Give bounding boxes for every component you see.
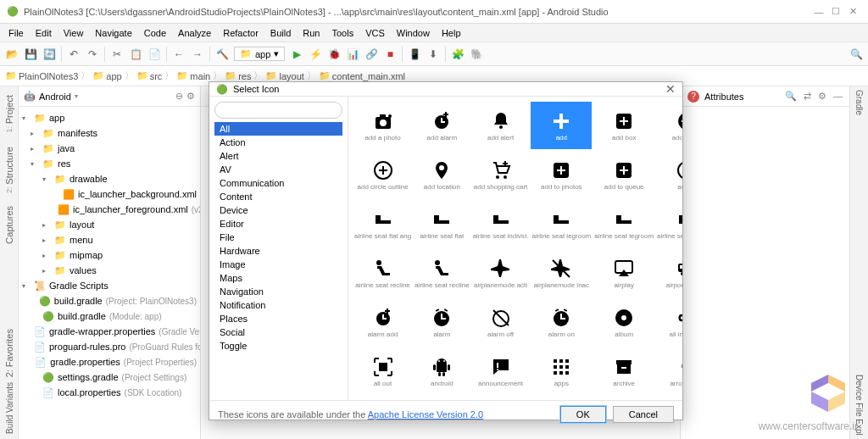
icon-search-input[interactable] (214, 102, 342, 119)
collapse-icon[interactable]: ⊖ (175, 91, 183, 102)
tree-row-9[interactable]: ▸📁mipmap (19, 247, 200, 263)
category-hardware[interactable]: Hardware (214, 244, 342, 258)
minimize-button[interactable]: — (810, 7, 827, 17)
category-list[interactable]: AllActionAlertAVCommunicationContentDevi… (214, 122, 342, 395)
search-icon[interactable]: 🔍 (849, 47, 863, 61)
category-maps[interactable]: Maps (214, 271, 342, 285)
icon-airline-seat-flat[interactable]: airline seat flat (414, 200, 470, 247)
icon-album[interactable]: album (593, 298, 654, 346)
menu-help[interactable]: Help (437, 26, 466, 40)
icon-alarm-on[interactable]: alarm on (531, 298, 592, 346)
crumb-3[interactable]: 📁main (176, 70, 210, 81)
icon-airplanemode-acti[interactable]: airplanemode acti (472, 249, 530, 297)
menu-file[interactable]: File (3, 26, 29, 40)
icon-add-a-photo[interactable]: add a photo (353, 102, 412, 149)
crumb-4[interactable]: 📁res (225, 70, 251, 81)
category-navigation[interactable]: Navigation (214, 285, 342, 298)
category-av[interactable]: AV (214, 163, 342, 176)
icon-add-alert[interactable]: add alert (472, 102, 530, 149)
tree-row-7[interactable]: ▸📁layout (19, 217, 200, 232)
category-action[interactable]: Action (214, 136, 342, 149)
gutter-tab-gradle[interactable]: Gradle (853, 86, 865, 119)
tree-row-17[interactable]: 🟢settings.gradle (Project Settings) (19, 370, 200, 385)
gutter-tab-favorites[interactable]: 2: Favorites (4, 329, 14, 377)
cut-icon[interactable]: ✂ (110, 47, 124, 61)
debug-icon[interactable]: 🐞 (327, 47, 341, 61)
category-image[interactable]: Image (214, 258, 342, 271)
menu-navigate[interactable]: Navigate (90, 26, 136, 40)
maximize-button[interactable]: ☐ (827, 6, 844, 17)
tree-row-14[interactable]: 📄gradle-wrapper.properties (Gradle Versi… (19, 324, 200, 339)
crumb-5[interactable]: 📁layout (265, 70, 303, 81)
icon-alarm-off[interactable]: alarm off (472, 298, 530, 346)
menu-run[interactable]: Run (298, 26, 325, 40)
tree-row-8[interactable]: ▸📁menu (19, 232, 200, 247)
gear-icon[interactable]: ⚙ (186, 91, 195, 102)
icon-add-box[interactable]: add box (593, 102, 654, 149)
attr-search-icon[interactable]: 🔍 (785, 91, 797, 102)
run-icon[interactable]: ▶ (290, 47, 303, 61)
open-icon[interactable]: 📂 (5, 47, 19, 61)
category-notification[interactable]: Notification (214, 298, 342, 312)
menu-edit[interactable]: Edit (31, 26, 57, 40)
category-social[interactable]: Social (214, 325, 342, 339)
icon-add-to-photos[interactable]: add to photos (531, 151, 592, 198)
icon-add-circle-outline[interactable]: add circle outline (353, 151, 412, 198)
back-icon[interactable]: ← (172, 47, 186, 61)
close-button[interactable]: ✕ (844, 6, 861, 17)
category-toggle[interactable]: Toggle (214, 339, 342, 353)
crumb-2[interactable]: 📁src (136, 70, 163, 81)
menu-vcs[interactable]: VCS (360, 26, 390, 40)
tree-row-11[interactable]: ▾📜Gradle Scripts (19, 278, 200, 293)
run-config-dropdown[interactable]: 📁 app ▾ (234, 47, 285, 61)
tree-row-10[interactable]: ▸📁values (19, 263, 200, 278)
project-tree[interactable]: ▾📁app▸📁manifests▸📁java▾📁res▾📁drawable🟧ic… (19, 107, 200, 439)
hammer-icon[interactable]: 🔨 (215, 47, 229, 61)
cancel-button[interactable]: Cancel (613, 406, 674, 423)
save-icon[interactable]: 💾 (24, 47, 37, 61)
icon-adjust[interactable]: adjust (656, 151, 682, 198)
attr-gear-icon[interactable]: ⚙ (818, 91, 826, 102)
icon-add-circle[interactable]: add circle (656, 102, 682, 149)
icon-all-out[interactable]: all out (353, 347, 412, 395)
forward-icon[interactable]: → (191, 47, 204, 61)
menu-analyze[interactable]: Analyze (173, 26, 216, 40)
category-file[interactable]: File (214, 231, 342, 244)
icon-all-inclusive[interactable]: all inclusive (656, 298, 682, 346)
undo-icon[interactable]: ↶ (67, 47, 81, 61)
menu-window[interactable]: Window (392, 26, 435, 40)
icon-add-location[interactable]: add location (414, 151, 470, 198)
icon-alarm[interactable]: alarm (414, 298, 470, 346)
crumb-1[interactable]: 📁app (92, 70, 121, 81)
icon-alarm-add[interactable]: alarm add (353, 298, 412, 346)
tree-row-0[interactable]: ▾📁app (19, 110, 200, 125)
category-all[interactable]: All (214, 122, 342, 136)
icon-archive[interactable]: archive (593, 347, 654, 395)
icon-airline-seat-flat-ang[interactable]: airline seat flat ang (353, 200, 412, 247)
category-places[interactable]: Places (214, 312, 342, 325)
tree-row-18[interactable]: 📄local.properties (SDK Location) (19, 385, 200, 400)
project-panel-header[interactable]: 🤖 Android ▾ ⊖ ⚙ (19, 86, 200, 107)
icon-add[interactable]: add (531, 102, 592, 149)
icon-airline-seat-individ.[interactable]: airline seat individ. (472, 200, 530, 247)
icon-airline-seat-legroom[interactable]: airline seat legroom (531, 200, 592, 247)
icon-airline-seat-legroom[interactable]: airline seat legroom (656, 200, 682, 247)
category-editor[interactable]: Editor (214, 217, 342, 231)
menu-build[interactable]: Build (265, 26, 296, 40)
icon-add-to-queue[interactable]: add to queue (593, 151, 654, 198)
menu-refactor[interactable]: Refactor (218, 26, 264, 40)
icon-android[interactable]: android (414, 347, 470, 395)
icon-grid[interactable]: add a photoadd alarmadd alertaddadd boxa… (353, 102, 677, 395)
avd-icon[interactable]: 📱 (408, 47, 421, 61)
crumb-6[interactable]: 📁content_main.xml (319, 70, 405, 81)
menu-tools[interactable]: Tools (326, 26, 359, 40)
tree-row-12[interactable]: 🟢build.gradle (Project: PlainOlNotes3) (19, 293, 200, 308)
icon-apps[interactable]: apps (531, 347, 592, 395)
attr-minimize-icon[interactable]: — (833, 91, 843, 102)
tree-row-3[interactable]: ▾📁res (19, 156, 200, 171)
license-link[interactable]: Apache License Version 2.0 (368, 409, 483, 420)
tree-row-2[interactable]: ▸📁java (19, 141, 200, 156)
icon-add-shopping-cart[interactable]: add shopping cart (472, 151, 530, 198)
attach-icon[interactable]: 🔗 (364, 47, 378, 61)
category-communication[interactable]: Communication (214, 176, 342, 190)
